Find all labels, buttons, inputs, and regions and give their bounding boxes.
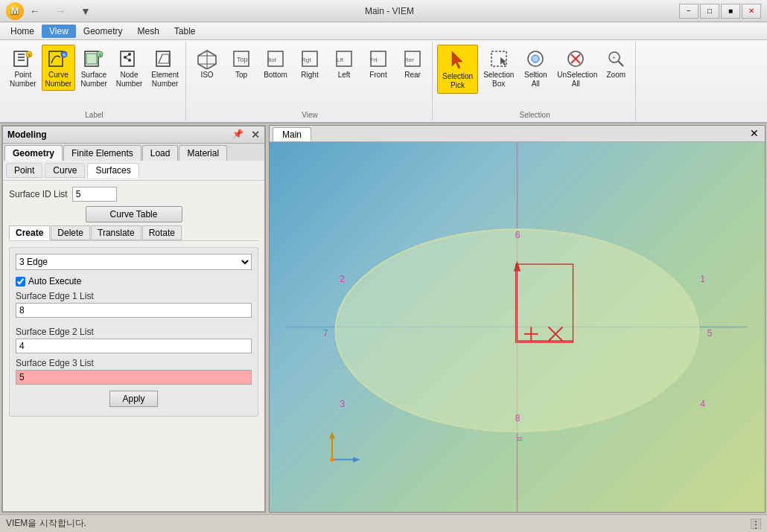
- inner-tab-bar: Create Delete Translate Rotate: [9, 225, 258, 241]
- tab-finite-elements[interactable]: Finite Elements: [63, 145, 141, 161]
- menu-table[interactable]: Table: [167, 25, 203, 38]
- scene-svg: 1 2 3 4 5 6 7 8 =: [270, 142, 765, 512]
- tab-geometry[interactable]: Geometry: [4, 145, 63, 161]
- subtab-point[interactable]: Point: [6, 163, 42, 178]
- maximize-button[interactable]: ■: [721, 4, 740, 19]
- restore-button[interactable]: □: [700, 4, 719, 19]
- edge3-input[interactable]: [16, 370, 252, 385]
- panel-title: Modeling 📌 ✕: [3, 126, 264, 144]
- svg-text:8: 8: [515, 413, 521, 423]
- auto-execute-checkbox[interactable]: [16, 277, 25, 286]
- statusbar: VIEM을 시작합니다. ⋮: [0, 514, 767, 532]
- surface-id-input[interactable]: [72, 187, 117, 202]
- viewport: Main ✕ 1 2 3 4: [269, 125, 766, 513]
- viewport-tab-main[interactable]: Main: [273, 127, 311, 141]
- unselection-all-button[interactable]: UnSelectionAll: [553, 45, 598, 91]
- edge2-label: Surface Edge 2 List: [16, 327, 252, 337]
- menu-view[interactable]: View: [42, 25, 76, 38]
- svg-rect-6: [49, 51, 63, 66]
- element-number-icon: [153, 47, 177, 71]
- subtab-curve[interactable]: Curve: [45, 163, 85, 178]
- curve-number-button[interactable]: N CurveNumber: [42, 45, 76, 91]
- ribbon: N PointNumber N CurveNumber N Surface: [0, 40, 767, 124]
- svg-text:1: 1: [700, 274, 705, 284]
- tab-load[interactable]: Load: [142, 145, 179, 161]
- menu-mesh[interactable]: Mesh: [130, 25, 167, 38]
- view-group-label: View: [191, 109, 429, 121]
- edge-dropdown-row: 3 Edge 4 Edge N Edge: [16, 254, 252, 270]
- svg-text:7: 7: [323, 328, 328, 339]
- point-number-button[interactable]: N PointNumber: [6, 45, 40, 91]
- curve-number-label: CurveNumber: [45, 71, 72, 89]
- edge1-input[interactable]: [16, 303, 252, 318]
- front-button[interactable]: Frt Front: [362, 45, 395, 82]
- inner-tab-rotate[interactable]: Rotate: [142, 225, 182, 240]
- left-label: Left: [338, 71, 351, 80]
- auto-execute-label[interactable]: Auto Execute: [28, 276, 81, 286]
- point-number-icon: N: [11, 47, 35, 71]
- svg-text:6: 6: [515, 230, 521, 240]
- ribbon-group-selection: SelectionPick SelectionBox SeltionAll: [434, 42, 636, 121]
- left-icon: Lft: [332, 47, 356, 71]
- node-number-button[interactable]: NodeNumber: [112, 45, 147, 91]
- right-button[interactable]: Rgt Right: [293, 45, 326, 82]
- ribbon-group-label: N PointNumber N CurveNumber N Surface: [3, 42, 186, 121]
- svg-rect-10: [86, 54, 97, 64]
- surface-number-icon: N: [82, 47, 106, 71]
- subtab-surfaces[interactable]: Surfaces: [87, 163, 139, 178]
- curve-number-icon: N: [46, 47, 70, 71]
- minimize-button[interactable]: −: [679, 4, 698, 19]
- element-number-button[interactable]: ElementNumber: [147, 45, 182, 91]
- edge-type-select[interactable]: 3 Edge 4 Edge N Edge: [16, 254, 252, 270]
- quick-down[interactable]: ▼: [80, 5, 91, 17]
- rear-icon: Rer: [401, 47, 424, 71]
- left-button[interactable]: Lft Left: [328, 45, 360, 82]
- top-button[interactable]: Top Top: [225, 45, 258, 82]
- viewport-close-button[interactable]: ✕: [747, 127, 762, 141]
- selection-box-button[interactable]: SelectionBox: [480, 45, 518, 91]
- quick-forward[interactable]: →: [55, 5, 66, 17]
- bottom-button[interactable]: Bot Bottom: [259, 45, 292, 82]
- selection-pick-button[interactable]: SelectionPick: [437, 45, 478, 94]
- statusbar-resize: ⋮: [751, 519, 761, 529]
- scene[interactable]: 1 2 3 4 5 6 7 8 =: [270, 142, 765, 512]
- tab-material[interactable]: Material: [179, 145, 227, 161]
- app-icon: M: [6, 2, 24, 20]
- panel-content: Surface ID List Curve Table Create Delet…: [3, 181, 264, 511]
- unselection-all-label: UnSelectionAll: [557, 71, 594, 89]
- surface-number-button[interactable]: N SurfaceNumber: [77, 45, 111, 91]
- zoom-icon: +: [604, 47, 628, 71]
- modeling-panel: Modeling 📌 ✕ Geometry Finite Elements Lo…: [1, 125, 266, 513]
- quick-back[interactable]: ←: [30, 5, 40, 17]
- rear-label: Rear: [404, 71, 421, 80]
- selection-group-label: Selection: [437, 109, 632, 121]
- titlebar: M ← → ▼ Main - VIEM − □ ■ ✕: [0, 0, 767, 22]
- app-initial: M: [11, 5, 19, 16]
- selection-all-button[interactable]: SeltionAll: [519, 45, 552, 91]
- svg-text:N: N: [63, 53, 66, 57]
- svg-text:4: 4: [700, 399, 705, 409]
- menu-home[interactable]: Home: [3, 25, 42, 38]
- svg-text:=: =: [518, 434, 523, 444]
- close-button[interactable]: ✕: [742, 4, 761, 19]
- inner-tab-translate[interactable]: Translate: [91, 225, 141, 240]
- node-number-label: NodeNumber: [116, 71, 143, 89]
- selection-box-icon: [487, 47, 511, 71]
- zoom-button[interactable]: + Zoom: [599, 45, 632, 82]
- label-group-label: Label: [6, 109, 182, 121]
- rear-button[interactable]: Rer Rear: [396, 45, 429, 82]
- iso-button[interactable]: ISO: [191, 45, 223, 82]
- menu-geometry[interactable]: Geometry: [76, 25, 130, 38]
- svg-rect-0: [14, 51, 28, 66]
- iso-icon: [195, 47, 219, 71]
- element-number-label: ElementNumber: [151, 71, 179, 89]
- inner-tab-delete[interactable]: Delete: [51, 225, 90, 240]
- curve-table-button[interactable]: Curve Table: [86, 206, 182, 222]
- apply-button[interactable]: Apply: [109, 391, 157, 407]
- edge2-input[interactable]: [16, 339, 252, 353]
- front-icon: Frt: [366, 47, 390, 71]
- inner-tab-create[interactable]: Create: [9, 225, 50, 240]
- panel-pin-button[interactable]: 📌: [232, 129, 244, 141]
- surface-id-row: Surface ID List: [9, 187, 258, 202]
- panel-close-button[interactable]: ✕: [251, 129, 260, 141]
